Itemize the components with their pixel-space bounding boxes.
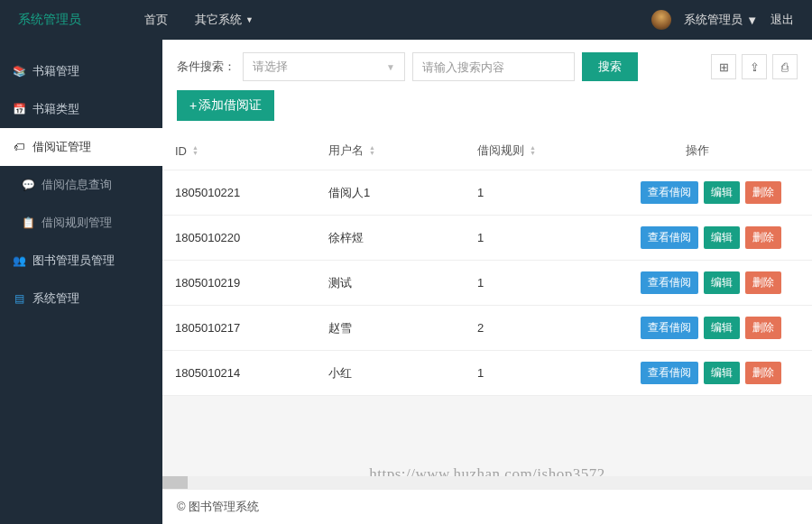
- sidebar-item-label: 借阅信息查询: [42, 177, 112, 193]
- cell-username: 徐梓煜: [316, 216, 465, 260]
- cell-id: 1805010221: [162, 170, 316, 215]
- table-row: 1805010219测试1查看借阅编辑删除: [162, 261, 812, 306]
- view-button[interactable]: 查看借阅: [641, 317, 698, 339]
- top-nav: 首页 其它系统 ▼: [144, 12, 254, 28]
- delete-button[interactable]: 删除: [745, 362, 781, 384]
- sidebar-item-2[interactable]: 🏷借阅证管理: [0, 128, 162, 166]
- cell-ops: 查看借阅编辑删除: [582, 306, 812, 350]
- cell-id: 1805010217: [162, 306, 316, 350]
- edit-button[interactable]: 编辑: [704, 181, 740, 204]
- nav-other-systems[interactable]: 其它系统 ▼: [195, 12, 254, 28]
- delete-button[interactable]: 删除: [745, 226, 781, 249]
- search-button[interactable]: 搜索: [582, 52, 638, 81]
- sidebar-icon: 🏷: [13, 141, 25, 153]
- edit-button[interactable]: 编辑: [704, 226, 740, 249]
- cell-rule: 1: [465, 351, 582, 395]
- sidebar-item-label: 书籍类型: [32, 101, 79, 117]
- sort-icon: ▲▼: [369, 145, 375, 156]
- delete-button[interactable]: 删除: [745, 317, 781, 339]
- sidebar-item-0[interactable]: 📚书籍管理: [0, 52, 162, 90]
- toolbar: 条件搜索： 请选择 ▼ 搜索 ⊞ ⇪ ⎙ +添加借阅证: [162, 40, 812, 132]
- sidebar-item-1[interactable]: 📅书籍类型: [0, 90, 162, 128]
- sidebar-icon: 📚: [13, 65, 25, 78]
- sidebar-item-label: 书籍管理: [32, 63, 79, 79]
- sidebar-icon: 📅: [13, 103, 25, 115]
- sidebar-icon: ▤: [13, 292, 25, 305]
- sidebar-icon: 👥: [13, 254, 25, 267]
- user-menu[interactable]: 系统管理员 ▼: [684, 12, 758, 28]
- sidebar: 📚书籍管理📅书籍类型🏷借阅证管理💬借阅信息查询📋借阅规则管理👥图书管理员管理▤系…: [0, 40, 162, 524]
- sidebar-item-6[interactable]: ▤系统管理: [0, 280, 162, 317]
- sort-icon: ▲▼: [530, 145, 536, 156]
- th-id[interactable]: ID▲▼: [162, 132, 316, 170]
- logout-button[interactable]: 退出: [770, 12, 794, 28]
- table-header: ID▲▼ 用户名▲▼ 借阅规则▲▼ 操作: [162, 132, 812, 170]
- caret-down-icon: ▼: [746, 14, 758, 27]
- table-row: 1805010217赵雪2查看借阅编辑删除: [162, 306, 812, 351]
- header-right: 系统管理员 ▼ 退出: [651, 10, 794, 30]
- columns-icon[interactable]: ⊞: [711, 54, 736, 79]
- data-table: ID▲▼ 用户名▲▼ 借阅规则▲▼ 操作 1805010221借阅人11查看借阅…: [162, 132, 812, 396]
- horizontal-scrollbar[interactable]: [162, 476, 812, 489]
- delete-button[interactable]: 删除: [745, 181, 781, 204]
- cell-id: 1805010219: [162, 261, 316, 305]
- cell-rule: 1: [465, 261, 582, 305]
- search-field-select[interactable]: 请选择 ▼: [243, 52, 405, 81]
- cell-ops: 查看借阅编辑删除: [582, 351, 812, 395]
- cell-id: 1805010214: [162, 351, 316, 395]
- cell-username: 小红: [316, 351, 465, 395]
- sidebar-item-label: 图书管理员管理: [32, 253, 115, 269]
- brand-title: 系统管理员: [18, 12, 144, 28]
- th-username[interactable]: 用户名▲▼: [316, 132, 465, 170]
- main-content: 条件搜索： 请选择 ▼ 搜索 ⊞ ⇪ ⎙ +添加借阅证 ID▲: [162, 40, 812, 524]
- edit-button[interactable]: 编辑: [704, 362, 740, 384]
- table-row: 1805010214小红1查看借阅编辑删除: [162, 351, 812, 396]
- sidebar-item-5[interactable]: 👥图书管理员管理: [0, 242, 162, 280]
- view-button[interactable]: 查看借阅: [641, 181, 698, 204]
- edit-button[interactable]: 编辑: [704, 317, 740, 339]
- chevron-down-icon: ▼: [386, 62, 395, 72]
- table-row: 1805010220徐梓煜1查看借阅编辑删除: [162, 216, 812, 261]
- top-header: 系统管理员 首页 其它系统 ▼ 系统管理员 ▼ 退出: [0, 0, 812, 40]
- cell-ops: 查看借阅编辑删除: [582, 170, 812, 215]
- search-label: 条件搜索：: [177, 59, 235, 75]
- cell-username: 赵雪: [316, 306, 465, 350]
- cell-id: 1805010220: [162, 216, 316, 260]
- th-ops: 操作: [582, 132, 812, 170]
- delete-button[interactable]: 删除: [745, 271, 781, 294]
- sidebar-item-label: 借阅规则管理: [42, 215, 112, 231]
- edit-button[interactable]: 编辑: [704, 271, 740, 294]
- view-button[interactable]: 查看借阅: [641, 362, 698, 384]
- view-button[interactable]: 查看借阅: [641, 226, 698, 249]
- cell-ops: 查看借阅编辑删除: [582, 216, 812, 260]
- cell-rule: 1: [465, 216, 582, 260]
- export-icon[interactable]: ⇪: [742, 54, 767, 79]
- view-button[interactable]: 查看借阅: [641, 271, 698, 294]
- add-card-button[interactable]: +添加借阅证: [177, 90, 274, 121]
- footer: © 图书管理系统: [162, 489, 812, 524]
- sort-icon: ▲▼: [192, 145, 198, 156]
- sidebar-item-label: 系统管理: [32, 290, 79, 307]
- cell-username: 测试: [316, 261, 465, 305]
- sidebar-item-3[interactable]: 💬借阅信息查询: [0, 166, 162, 204]
- th-rule[interactable]: 借阅规则▲▼: [465, 132, 582, 170]
- table-row: 1805010221借阅人11查看借阅编辑删除: [162, 170, 812, 216]
- nav-home[interactable]: 首页: [144, 12, 168, 28]
- search-input[interactable]: [412, 52, 575, 81]
- caret-down-icon: ▼: [245, 15, 254, 24]
- sidebar-item-label: 借阅证管理: [32, 139, 91, 155]
- print-icon[interactable]: ⎙: [772, 54, 798, 79]
- cell-rule: 2: [465, 306, 582, 350]
- cell-username: 借阅人1: [316, 170, 465, 215]
- avatar[interactable]: [651, 10, 671, 30]
- cell-ops: 查看借阅编辑删除: [582, 261, 812, 305]
- sidebar-icon: 📋: [22, 216, 34, 229]
- sidebar-item-4[interactable]: 📋借阅规则管理: [0, 204, 162, 242]
- scrollbar-thumb[interactable]: [162, 476, 188, 489]
- cell-rule: 1: [465, 170, 582, 215]
- plus-icon: +: [189, 98, 197, 113]
- sidebar-icon: 💬: [22, 179, 34, 191]
